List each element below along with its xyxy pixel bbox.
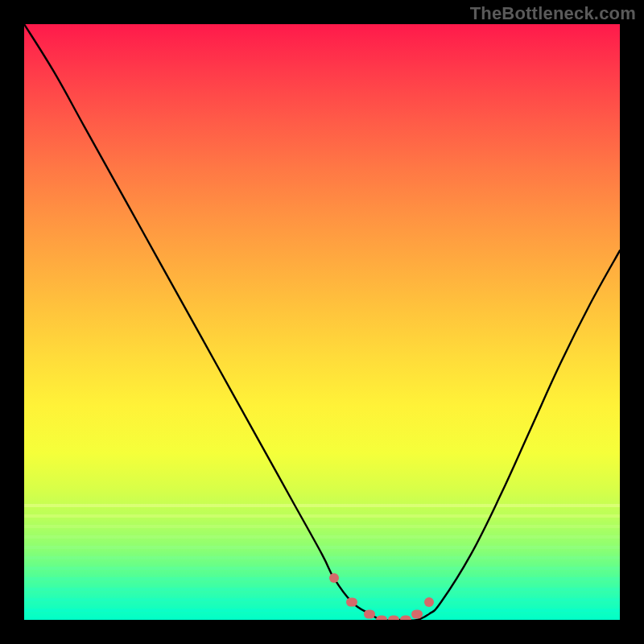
watermark-text: TheBottleneck.com (470, 3, 636, 24)
bottleneck-curve (24, 24, 620, 620)
chart-stage: TheBottleneck.com (0, 0, 644, 644)
plot-area (24, 24, 620, 620)
